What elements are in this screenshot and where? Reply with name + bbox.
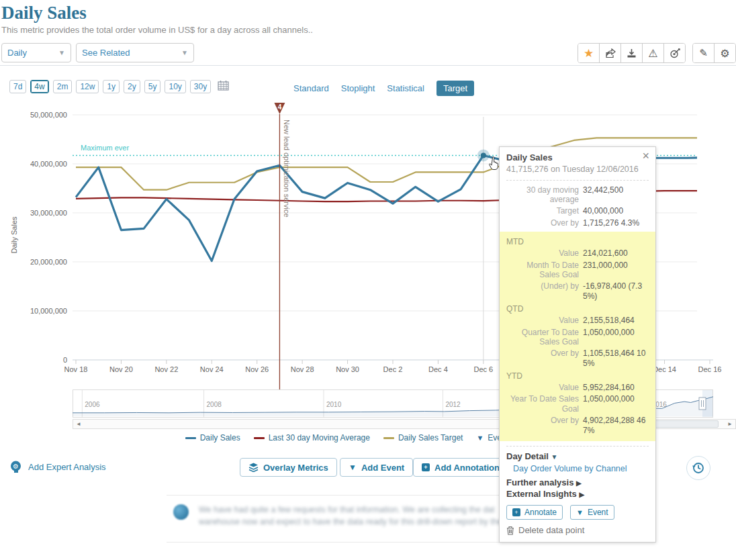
commenter-avatar <box>173 504 189 520</box>
svg-text:Dec 16: Dec 16 <box>698 365 722 373</box>
page-description: This metric provides the total order vol… <box>1 25 313 35</box>
calendar-icon[interactable] <box>218 80 229 93</box>
external-insights-toggle[interactable]: External Insights ▶ <box>506 489 649 499</box>
chevron-down-icon: ▼ <box>551 453 558 461</box>
scroll-right-arrow[interactable]: ► <box>725 421 735 427</box>
svg-text:2010: 2010 <box>326 401 342 408</box>
tooltip-row: Year To Date Sales Goal1,050,000,000 <box>506 394 649 414</box>
edit-button[interactable]: ✎ <box>693 44 715 62</box>
dimension-select[interactable]: Daily ▼ <box>1 43 71 62</box>
svg-text:Nov 18: Nov 18 <box>64 365 88 373</box>
range-10y[interactable]: 10y <box>165 80 185 93</box>
annotation-icon: + <box>422 463 430 471</box>
tooltip-row: Over by1,715,276 4.3% <box>506 218 649 228</box>
svg-text:2006: 2006 <box>85 401 100 408</box>
favorite-star-button[interactable]: ★ <box>578 44 600 62</box>
range-selector: 7d 4w 2m 12w 1y 2y 5y 10y 30y <box>9 80 229 93</box>
svg-text:0: 0 <box>63 356 67 364</box>
divider <box>506 446 649 447</box>
further-analysis-toggle[interactable]: Further analysis ▶ <box>506 477 649 487</box>
settings-button[interactable]: ⚙ <box>715 44 735 62</box>
daily-sales-dashboard: Daily Sales This metric provides the tot… <box>0 0 736 560</box>
svg-text:2012: 2012 <box>445 401 461 408</box>
range-2y[interactable]: 2y <box>124 80 140 93</box>
svg-text:Daily Sales: Daily Sales <box>10 216 18 254</box>
download-button[interactable] <box>621 44 643 62</box>
day-order-volume-link[interactable]: Day Order Volume by Channel <box>513 464 649 473</box>
svg-text:Maximum ever: Maximum ever <box>81 144 129 152</box>
legend-swatch <box>383 437 394 439</box>
svg-text:⚙: ⚙ <box>13 463 19 470</box>
pencil-icon: ✎ <box>699 47 708 59</box>
tooltip-row: Value2,155,518,464 <box>506 316 649 325</box>
section-heading-ytd: YTD <box>506 371 649 381</box>
tab-standard[interactable]: Standard <box>293 83 329 93</box>
dimension-select-value: Daily <box>7 48 27 58</box>
close-icon[interactable]: × <box>642 149 649 163</box>
download-icon <box>627 48 637 58</box>
history-clock-icon <box>692 461 705 475</box>
range-2m[interactable]: 2m <box>53 80 73 93</box>
legend-daily-sales[interactable]: Daily Sales <box>185 433 240 442</box>
range-30y[interactable]: 30y <box>190 80 211 93</box>
annotate-button[interactable]: +Annotate <box>506 505 563 520</box>
metric-toolbar: ★ ⚠ <box>578 43 686 63</box>
add-annotation-button[interactable]: + Add Annotation <box>413 458 508 477</box>
add-expert-analysis-button[interactable]: ⚙ Add Expert Analysis <box>9 460 106 473</box>
svg-text:50,000,000: 50,000,000 <box>30 111 67 119</box>
add-event-button[interactable]: ▼ Add Event <box>340 458 413 477</box>
legend-target[interactable]: Daily Sales Target <box>383 433 463 442</box>
gear-icon: ⚙ <box>720 47 729 60</box>
see-related-select[interactable]: See Related ▼ <box>76 43 194 62</box>
svg-text:Dec 2: Dec 2 <box>383 365 403 373</box>
svg-text:30,000,000: 30,000,000 <box>30 209 67 217</box>
legend-moving-average[interactable]: Last 30 day Moving Average <box>254 433 370 442</box>
see-related-value: See Related <box>82 48 130 58</box>
range-7d[interactable]: 7d <box>9 80 26 93</box>
legend-swatch <box>185 437 196 439</box>
history-button[interactable] <box>686 456 710 480</box>
tooltip-row: Month To Date Sales Goal231,000,000 <box>506 261 649 280</box>
share-icon <box>605 48 616 58</box>
goal-summary-highlight: MTD Value214,021,600 Month To Date Sales… <box>500 232 655 441</box>
range-1y[interactable]: 1y <box>103 80 120 93</box>
overlay-metrics-button[interactable]: Overlay Metrics <box>240 458 337 477</box>
svg-text:Nov 24: Nov 24 <box>200 365 224 373</box>
svg-text:Nov 22: Nov 22 <box>154 365 178 373</box>
chevron-down-icon: ▼ <box>181 49 188 56</box>
tooltip-row: Target40,000,000 <box>506 206 649 216</box>
share-button[interactable] <box>600 44 621 62</box>
svg-text:10,000,000: 10,000,000 <box>30 307 67 315</box>
tab-target[interactable]: Target <box>436 81 474 96</box>
day-detail-toggle[interactable]: Day Detail ▼ <box>506 451 649 461</box>
tab-stoplight[interactable]: Stoplight <box>341 83 375 93</box>
tab-statistical[interactable]: Statistical <box>387 83 424 93</box>
range-4w[interactable]: 4w <box>30 80 48 93</box>
svg-text:2008: 2008 <box>207 401 222 408</box>
hover-point <box>481 152 486 158</box>
delete-data-point-button[interactable]: Delete data point <box>506 525 649 535</box>
tooltip-title: Daily Sales <box>506 152 649 162</box>
alert-button[interactable]: ⚠ <box>643 44 664 62</box>
range-5y[interactable]: 5y <box>144 80 161 93</box>
event-triangle-icon: ▼ <box>576 508 584 516</box>
divider <box>506 180 649 181</box>
event-label: New lead optimization service <box>283 120 291 218</box>
scroll-left-arrow[interactable]: ◄ <box>73 421 84 427</box>
svg-text:Dec 6: Dec 6 <box>473 365 493 373</box>
svg-text:40,000,000: 40,000,000 <box>30 160 67 168</box>
svg-text:Dec 4: Dec 4 <box>428 365 448 373</box>
trash-icon <box>506 526 514 535</box>
expert-head-icon: ⚙ <box>9 460 23 473</box>
tooltip-row: (Under) by-16,978,400 (7.35%) <box>506 281 649 301</box>
legend-events-icon: ▼ <box>476 434 484 441</box>
event-button[interactable]: ▼Event <box>570 505 614 520</box>
goal-button[interactable] <box>664 44 685 62</box>
chevron-down-icon: ▼ <box>58 49 65 56</box>
target-goal-icon <box>670 48 680 58</box>
tooltip-row: Quarter To Date Sales Goal1,050,000,000 <box>506 328 649 347</box>
range-12w[interactable]: 12w <box>76 80 99 93</box>
tooltip-row: Over by4,902,284,288 467% <box>506 416 649 435</box>
section-heading-qtd: QTD <box>506 304 649 314</box>
data-point-tooltip: × Daily Sales 41,715,276 on Tuesday 12/0… <box>499 146 656 543</box>
